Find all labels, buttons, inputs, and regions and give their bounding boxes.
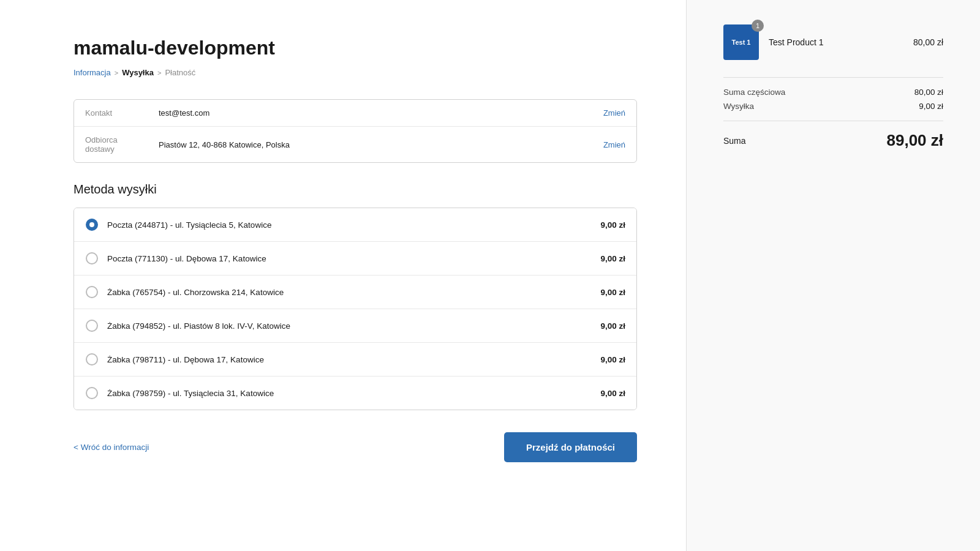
shipping-option[interactable]: Poczta (244871) - ul. Tysiąclecia 5, Kat… xyxy=(74,208,636,241)
delivery-row: Odbiorcadostawy Piastów 12, 40-868 Katow… xyxy=(74,126,636,162)
shipping-value: 9,00 zł xyxy=(919,102,943,111)
shipping-option[interactable]: Żabka (798711) - ul. Dębowa 17, Katowice… xyxy=(74,342,636,376)
breadcrumb-platnosc: Płatność xyxy=(165,68,195,77)
back-link[interactable]: < Wróć do informacji xyxy=(74,443,149,452)
right-panel: Test 1 1 Test Product 1 80,00 zł Suma cz… xyxy=(686,0,980,551)
radio-inner xyxy=(89,222,94,227)
shipping-option-price: 9,00 zł xyxy=(600,220,625,230)
shipping-option-name: Poczta (771130) - ul. Dębowa 17, Katowic… xyxy=(107,254,600,263)
radio-outer xyxy=(86,320,98,332)
contact-change-link[interactable]: Zmień xyxy=(603,108,625,118)
shipping-option-price: 9,00 zł xyxy=(600,389,625,398)
shipping-option-name: Żabka (765754) - ul. Chorzowska 214, Kat… xyxy=(107,288,600,297)
shipping-options-list: Poczta (244871) - ul. Tysiąclecia 5, Kat… xyxy=(74,208,637,410)
shipping-section-title: Metoda wysyłki xyxy=(74,182,637,197)
subtotal-row: Suma częściowa 80,00 zł xyxy=(723,88,943,97)
divider-2 xyxy=(723,121,943,121)
breadcrumb-sep1: > xyxy=(115,69,118,77)
total-label: Suma xyxy=(723,136,746,146)
breadcrumb-sep2: > xyxy=(157,69,161,77)
shipping-option-name: Poczta (244871) - ul. Tysiąclecia 5, Kat… xyxy=(107,220,600,230)
contact-label: Kontakt xyxy=(85,108,159,118)
shipping-label: Wysyłka xyxy=(723,102,754,111)
subtotal-value: 80,00 zł xyxy=(914,88,943,97)
delivery-value: Piastów 12, 40-868 Katowice, Polska xyxy=(159,140,603,149)
product-thumb-wrapper: Test 1 1 xyxy=(723,24,759,60)
shipping-option-name: Żabka (798711) - ul. Dębowa 17, Katowice xyxy=(107,355,600,364)
breadcrumb-wysylka: Wysyłka xyxy=(122,68,154,77)
breadcrumb: Informacja > Wysyłka > Płatność xyxy=(74,68,637,77)
radio-outer xyxy=(86,219,98,231)
total-row: Suma 89,00 zł xyxy=(723,131,943,150)
radio-wrapper xyxy=(85,218,99,231)
product-price: 80,00 zł xyxy=(913,37,943,47)
radio-outer xyxy=(86,353,98,365)
delivery-change-link[interactable]: Zmień xyxy=(603,140,625,149)
divider-1 xyxy=(723,77,943,78)
product-badge: 1 xyxy=(752,20,764,32)
bottom-actions: < Wróć do informacji Przejdź do płatnośc… xyxy=(74,432,637,462)
shipping-option[interactable]: Żabka (794852) - ul. Piastów 8 lok. IV-V… xyxy=(74,309,636,342)
shipping-option[interactable]: Poczta (771130) - ul. Dębowa 17, Katowic… xyxy=(74,241,636,275)
subtotal-label: Suma częściowa xyxy=(723,88,785,97)
shipping-option-price: 9,00 zł xyxy=(600,254,625,263)
radio-wrapper xyxy=(85,285,99,299)
cart-item: Test 1 1 Test Product 1 80,00 zł xyxy=(723,24,943,60)
radio-wrapper xyxy=(85,319,99,332)
proceed-button[interactable]: Przejdź do płatności xyxy=(504,432,637,462)
shipping-option-name: Żabka (794852) - ul. Piastów 8 lok. IV-V… xyxy=(107,321,600,331)
contact-value: test@test.com xyxy=(159,108,603,118)
store-title: mamalu-development xyxy=(74,37,637,59)
shipping-option-price: 9,00 zł xyxy=(600,321,625,331)
total-value: 89,00 zł xyxy=(886,131,943,150)
radio-wrapper xyxy=(85,386,99,400)
radio-outer xyxy=(86,387,98,399)
radio-outer xyxy=(86,286,98,298)
radio-wrapper xyxy=(85,353,99,366)
product-name: Test Product 1 xyxy=(769,37,903,47)
shipping-option-name: Żabka (798759) - ul. Tysiąclecia 31, Kat… xyxy=(107,389,600,398)
shipping-option[interactable]: Żabka (798759) - ul. Tysiąclecia 31, Kat… xyxy=(74,376,636,410)
shipping-option-price: 9,00 zł xyxy=(600,355,625,364)
contact-row: Kontakt test@test.com Zmień xyxy=(74,100,636,126)
shipping-option[interactable]: Żabka (765754) - ul. Chorzowska 214, Kat… xyxy=(74,275,636,309)
radio-outer xyxy=(86,252,98,264)
radio-wrapper xyxy=(85,252,99,265)
breadcrumb-informacja[interactable]: Informacja xyxy=(74,68,111,77)
shipping-option-price: 9,00 zł xyxy=(600,288,625,297)
delivery-label: Odbiorcadostawy xyxy=(85,135,159,154)
info-box: Kontakt test@test.com Zmień Odbiorcadost… xyxy=(74,99,637,163)
left-panel: mamalu-development Informacja > Wysyłka … xyxy=(0,0,686,551)
shipping-row: Wysyłka 9,00 zł xyxy=(723,102,943,111)
